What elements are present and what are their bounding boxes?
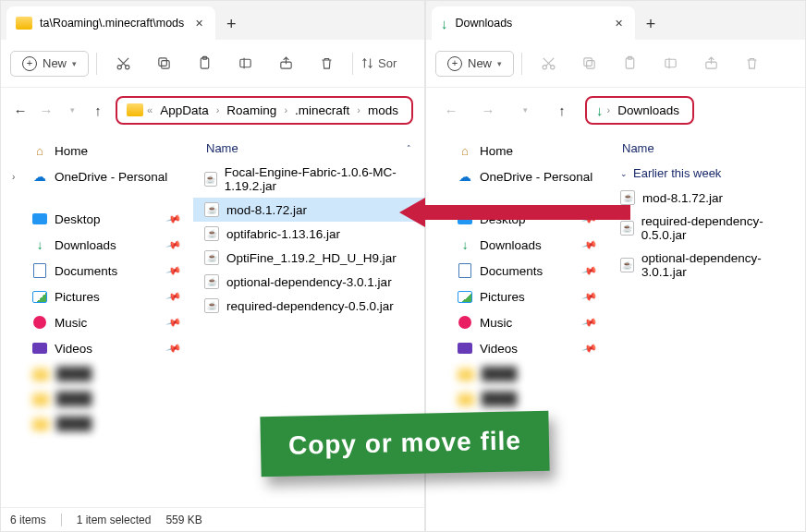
file-row[interactable]: ☕OptiFine_1.19.2_HD_U_H9.jar [193,246,424,270]
file-row[interactable]: ☕required-dependency-0.5.0.jar [609,210,805,247]
close-tab-button[interactable]: ✕ [611,16,626,30]
svg-rect-6 [239,59,250,67]
cut-button[interactable] [104,45,141,82]
breadcrumb-bar[interactable]: « AppData› Roaming› .minecraft› mods [116,96,413,125]
sidebar-item-blurred[interactable]: ████ [430,361,605,386]
sidebar-item-blurred[interactable]: ████ [430,386,605,411]
plus-icon: + [22,56,37,71]
folder-icon [32,417,49,430]
forward-button[interactable]: → [474,96,502,124]
file-list: Name ⌄Earlier this week ☕mod-8.1.72.jar … [609,132,805,531]
forward-button[interactable]: → [38,96,55,124]
nav-row: ← → ▾ ↑ ↓ › Downloads [426,88,805,132]
sidebar-desktop[interactable]: Desktop📌 [5,206,189,232]
delete-button[interactable] [308,45,345,82]
sidebar-videos[interactable]: Videos📌 [430,335,605,361]
status-selected: 1 item selected [77,514,152,526]
paste-button[interactable] [186,45,223,82]
up-button[interactable]: ↑ [548,96,576,124]
new-tab-button[interactable]: + [215,8,247,40]
recent-dropdown[interactable]: ▾ [64,96,80,124]
share-button[interactable] [267,45,304,82]
tab-active[interactable]: ta\Roaming\.minecraft\mods ✕ [6,6,215,40]
file-row[interactable]: ☕mod-8.1.72.jar [193,198,424,222]
file-row[interactable]: ☕required-dependency-0.5.0.jar [193,294,424,318]
file-row[interactable]: ☕optional-dependency-3.0.1.jar [609,247,805,284]
tab-active[interactable]: ↓ Downloads ✕ [432,6,635,40]
file-row[interactable]: ☕Focal-Engine-Fabric-1.0.6-MC-1.19.2.jar [193,161,424,198]
sidebar-item-blurred[interactable]: ████ [5,361,189,386]
sidebar-onedrive[interactable]: ☁OneDrive - Personal [430,163,605,189]
pin-icon: 📌 [165,340,183,357]
sidebar-onedrive[interactable]: ›☁OneDrive - Personal [5,163,189,189]
sidebar-documents[interactable]: Documents📌 [430,258,605,284]
recent-dropdown[interactable]: ▾ [511,96,539,124]
sort-button[interactable]: Sor [360,45,397,82]
sidebar-item-blurred[interactable]: ████ [5,386,189,411]
sidebar-downloads[interactable]: ↓Downloads📌 [430,232,605,258]
folder-icon [458,368,474,381]
sidebar-home[interactable]: ⌂Home [5,138,189,163]
pin-icon: 📌 [581,211,599,227]
breadcrumb-overflow[interactable]: « [145,104,154,115]
jar-icon: ☕ [204,172,217,187]
jar-icon: ☕ [204,250,219,265]
cut-button[interactable] [530,45,567,82]
rename-button[interactable] [652,45,689,82]
svg-rect-11 [583,58,592,66]
group-header[interactable]: ⌄Earlier this week [609,161,805,186]
column-header-name[interactable]: Name˄ [193,136,424,161]
file-row[interactable]: ☕mod-8.1.72.jar [609,186,805,210]
crumb-minecraft[interactable]: .minecraft [291,102,353,119]
pictures-icon [458,289,472,304]
status-size: 559 KB [165,514,202,526]
home-icon: ⌂ [458,143,472,158]
expand-icon[interactable]: › [12,172,15,182]
crumb-mods[interactable]: mods [364,102,402,119]
folder-icon [16,17,32,30]
pin-icon: 📌 [165,262,183,279]
file-name: mod-8.1.72.jar [226,203,307,217]
sidebar-pictures[interactable]: Pictures📌 [430,284,605,309]
sidebar-music[interactable]: Music📌 [430,309,605,335]
tab-bar: ta\Roaming\.minecraft\mods ✕ + [1,1,424,40]
sidebar-home[interactable]: ⌂Home [430,138,605,163]
file-row[interactable]: ☕optional-dependency-3.0.1.jar [193,270,424,294]
chevron-down-icon: ▾ [72,59,77,68]
new-button[interactable]: + New ▾ [435,51,514,77]
sidebar-item-blurred[interactable]: ████ [5,411,189,436]
crumb-downloads[interactable]: Downloads [614,102,683,119]
delete-button[interactable] [733,45,770,82]
back-button[interactable]: ← [12,96,29,124]
divider [352,53,353,75]
sidebar-videos[interactable]: Videos📌 [5,335,189,361]
breadcrumb-bar[interactable]: ↓ › Downloads [585,96,694,125]
sidebar-desktop[interactable]: Desktop📌 [430,206,605,232]
file-row[interactable]: ☕optifabric-1.13.16.jar [193,222,424,246]
divider [61,514,62,526]
crumb-roaming[interactable]: Roaming [223,102,280,119]
share-button[interactable] [692,45,729,82]
new-tab-button[interactable]: + [635,8,666,40]
close-tab-button[interactable]: ✕ [191,16,206,30]
copy-button[interactable] [570,45,607,82]
music-icon [32,315,47,330]
chevron-right-icon: › [355,104,362,115]
cloud-icon: ☁ [32,169,47,184]
sidebar-music[interactable]: Music📌 [5,309,189,335]
sidebar-downloads[interactable]: ↓Downloads📌 [5,232,189,258]
folder-icon [32,393,49,405]
divider [521,53,522,75]
sidebar-pictures[interactable]: Pictures📌 [5,284,189,309]
file-name: optional-dependency-3.0.1.jar [226,275,392,289]
back-button[interactable]: ← [437,96,465,124]
column-header-name[interactable]: Name [609,136,805,161]
paste-button[interactable] [611,45,648,82]
new-button[interactable]: + New ▾ [10,51,89,77]
sidebar-documents[interactable]: Documents📌 [5,258,189,284]
rename-button[interactable] [226,45,263,82]
crumb-appdata[interactable]: AppData [156,102,213,119]
up-button[interactable]: ↑ [90,96,106,124]
copy-button[interactable] [145,45,182,82]
jar-icon: ☕ [620,190,635,205]
